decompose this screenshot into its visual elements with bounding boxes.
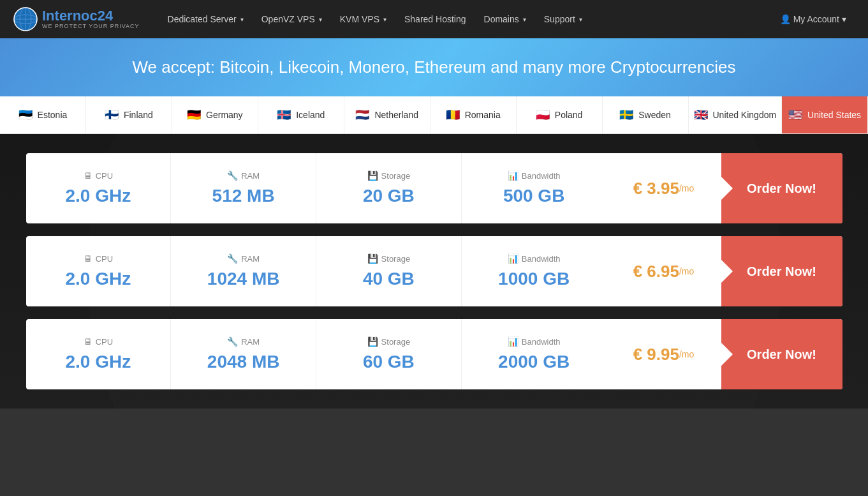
chevron-down-icon: ▾ [523, 16, 526, 23]
brand-text: Internoc24 WE PROTECT YOUR PRIVACY [42, 9, 140, 29]
country-name: United Kingdom [713, 110, 777, 120]
bandwidth-label: 📊 Bandwidth [508, 253, 561, 264]
country-tab-poland[interactable]: 🇵🇱Poland [517, 96, 603, 133]
nav-shared-hosting[interactable]: Shared Hosting [395, 0, 475, 38]
price-amount: € 3.95 [633, 179, 679, 199]
user-icon: 👤 [780, 14, 791, 24]
order-label: Order Now! [747, 347, 816, 362]
ram-spec: 🔧 RAM 512 MB [171, 153, 316, 223]
storage-value: 20 GB [363, 186, 415, 206]
nav-account[interactable]: 👤 My Account ▾ [771, 0, 855, 38]
nav-kvm-vps[interactable]: KVM VPS ▾ [331, 0, 395, 38]
flag-icon: 🇬🇧 [694, 108, 708, 122]
flag-icon: 🇵🇱 [536, 108, 550, 122]
storage-icon: 💾 [367, 170, 378, 181]
brand-name-prefix: Internoc [42, 8, 98, 24]
order-button-3[interactable]: Order Now! [721, 319, 842, 389]
crypto-banner: We accept: Bitcoin, Likecoin, Monero, Et… [0, 38, 868, 96]
country-tab-germany[interactable]: 🇩🇪Germany [172, 96, 258, 133]
ram-spec: 🔧 RAM 2048 MB [171, 319, 316, 389]
country-tab-finland[interactable]: 🇫🇮Finland [86, 96, 172, 133]
brand-tagline: WE PROTECT YOUR PRIVACY [42, 23, 140, 29]
bandwidth-label: 📊 Bandwidth [508, 170, 561, 181]
ram-value: 1024 MB [207, 269, 280, 289]
ram-label: 🔧 RAM [227, 336, 260, 347]
banner-text: We accept: Bitcoin, Likecoin, Monero, Et… [13, 57, 855, 77]
bandwidth-value: 1000 GB [498, 269, 570, 289]
plan-card-1: 🖥 CPU 2.0 GHz 🔧 RAM 512 MB 💾 Storage 20 … [26, 153, 842, 223]
cpu-spec: 🖥 CPU 2.0 GHz [26, 319, 172, 389]
nav-domains[interactable]: Domains ▾ [475, 0, 535, 38]
country-name: Poland [555, 110, 583, 120]
ram-value: 512 MB [212, 186, 275, 206]
order-label: Order Now! [747, 264, 816, 279]
country-tab-iceland[interactable]: 🇮🇸Iceland [258, 96, 344, 133]
nav-openvz-vps[interactable]: OpenVZ VPS ▾ [253, 0, 331, 38]
country-tab-romania[interactable]: 🇷🇴Romania [430, 96, 517, 133]
chevron-down-icon: ▾ [842, 14, 846, 24]
navbar: Internoc24 WE PROTECT YOUR PRIVACY Dedic… [0, 0, 868, 38]
country-name: Iceland [296, 110, 325, 120]
bandwidth-label: 📊 Bandwidth [508, 336, 561, 347]
country-tab-netherland[interactable]: 🇳🇱Netherland [344, 96, 430, 133]
ram-spec: 🔧 RAM 1024 MB [171, 236, 316, 306]
plan-price: € 9.95/mo [607, 319, 721, 389]
brand-logo[interactable]: Internoc24 WE PROTECT YOUR PRIVACY [13, 6, 140, 32]
flag-icon: 🇺🇸 [788, 108, 802, 122]
storage-label: 💾 Storage [367, 336, 411, 347]
storage-label: 💾 Storage [367, 170, 411, 181]
country-tab-sweden[interactable]: 🇸🇪Sweden [603, 96, 689, 133]
flag-icon: 🇫🇮 [105, 108, 119, 122]
cpu-spec: 🖥 CPU 2.0 GHz [26, 236, 172, 306]
ram-icon: 🔧 [227, 253, 238, 264]
country-name: Sweden [638, 110, 671, 120]
bandwidth-icon: 📊 [508, 253, 519, 264]
price-period: /mo [679, 266, 694, 276]
ram-value: 2048 MB [207, 352, 280, 372]
storage-spec: 💾 Storage 60 GB [316, 319, 462, 389]
price-period: /mo [679, 183, 694, 193]
nav-menu: Dedicated Server ▾ OpenVZ VPS ▾ KVM VPS … [159, 0, 771, 38]
storage-icon: 💾 [367, 253, 378, 264]
flag-icon: 🇷🇴 [446, 108, 460, 122]
bandwidth-spec: 📊 Bandwidth 2000 GB [462, 319, 607, 389]
storage-value: 40 GB [363, 269, 415, 289]
cpu-icon: 🖥 [84, 336, 92, 347]
country-tab-estonia[interactable]: 🇪🇪Estonia [0, 96, 86, 133]
bandwidth-spec: 📊 Bandwidth 1000 GB [462, 236, 607, 306]
nav-support[interactable]: Support ▾ [535, 0, 591, 38]
plan-price: € 3.95/mo [607, 153, 721, 223]
bandwidth-icon: 📊 [508, 336, 519, 347]
plans-container: 🖥 CPU 2.0 GHz 🔧 RAM 512 MB 💾 Storage 20 … [26, 153, 842, 389]
ram-label: 🔧 RAM [227, 170, 260, 181]
price-period: /mo [679, 349, 694, 359]
country-tabs: 🇪🇪Estonia🇫🇮Finland🇩🇪Germany🇮🇸Iceland🇳🇱Ne… [0, 96, 868, 134]
storage-icon: 💾 [367, 336, 378, 347]
country-tab-united-kingdom[interactable]: 🇬🇧United Kingdom [689, 96, 783, 133]
brand-name: Internoc24 [42, 9, 140, 23]
ram-label: 🔧 RAM [227, 253, 260, 264]
order-button-1[interactable]: Order Now! [721, 153, 842, 223]
price-arrow [710, 177, 722, 200]
ram-icon: 🔧 [227, 170, 238, 181]
cpu-label: 🖥 CPU [84, 336, 113, 347]
country-tab-united-states[interactable]: 🇺🇸United States [782, 96, 868, 133]
nav-dedicated-server[interactable]: Dedicated Server ▾ [159, 0, 253, 38]
cpu-value: 2.0 GHz [66, 269, 131, 289]
order-button-2[interactable]: Order Now! [721, 236, 842, 306]
country-name: Finland [124, 110, 153, 120]
cpu-value: 2.0 GHz [66, 186, 131, 206]
chevron-down-icon: ▾ [383, 16, 386, 23]
cpu-label: 🖥 CPU [84, 253, 113, 264]
plan-specs: 🖥 CPU 2.0 GHz 🔧 RAM 1024 MB 💾 Storage 40… [26, 236, 607, 306]
brand-name-highlight: 24 [98, 8, 113, 24]
globe-icon [13, 6, 38, 32]
cpu-icon: 🖥 [84, 253, 92, 264]
country-name: United States [807, 110, 861, 120]
country-name: Germany [206, 110, 243, 120]
bandwidth-spec: 📊 Bandwidth 500 GB [462, 153, 607, 223]
main-content: 🖥 CPU 2.0 GHz 🔧 RAM 512 MB 💾 Storage 20 … [0, 134, 868, 409]
chevron-down-icon: ▾ [579, 16, 582, 23]
flag-icon: 🇮🇸 [277, 108, 291, 122]
order-label: Order Now! [747, 181, 816, 196]
